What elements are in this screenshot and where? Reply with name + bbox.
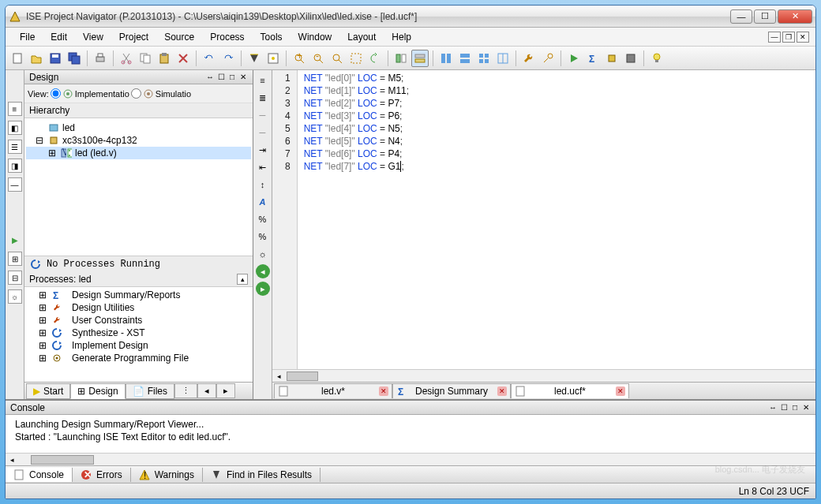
- strip-btn-6[interactable]: ⊞: [8, 252, 22, 266]
- process-row[interactable]: ⊞Design Utilities: [26, 301, 251, 314]
- undo-icon[interactable]: [201, 50, 218, 67]
- find2-icon[interactable]: [264, 50, 282, 67]
- layout2-icon[interactable]: [456, 50, 474, 67]
- tab-nav-left[interactable]: ◂: [197, 383, 216, 398]
- open-icon[interactable]: [28, 50, 45, 67]
- menu-window[interactable]: Window: [291, 30, 340, 44]
- tab-close-icon[interactable]: ✕: [616, 386, 625, 396]
- chip-icon[interactable]: [603, 50, 620, 67]
- delete-icon[interactable]: [174, 50, 192, 67]
- console-close-icon[interactable]: ✕: [801, 403, 811, 413]
- collapse-icon[interactable]: ⊟: [34, 135, 45, 146]
- menu-edit[interactable]: Edit: [43, 30, 75, 44]
- menu-process[interactable]: Process: [202, 30, 252, 44]
- ms2[interactable]: ≣: [256, 91, 270, 105]
- console-tab-warnings[interactable]: !Warnings: [131, 468, 203, 482]
- zoomfit-icon[interactable]: [328, 50, 346, 67]
- console-max-icon[interactable]: □: [790, 403, 800, 413]
- layout4-icon[interactable]: [494, 50, 512, 67]
- ms7[interactable]: ↕: [256, 177, 270, 192]
- strip-btn-1[interactable]: ≡: [8, 102, 22, 116]
- doc-tab[interactable]: led.ucf*✕: [511, 383, 629, 398]
- code-line[interactable]: NET "led[1]" LOC = M11;: [304, 84, 409, 97]
- tab-files[interactable]: 📄Files: [126, 383, 174, 399]
- code-line[interactable]: NET "led[0]" LOC = M5;: [304, 72, 409, 84]
- tab-nav-right[interactable]: ▸: [216, 383, 235, 398]
- panel-float-icon[interactable]: ☐: [216, 73, 226, 82]
- tab-close-icon[interactable]: ✕: [497, 386, 507, 396]
- process-row[interactable]: ⊞Generate Programming File: [26, 352, 251, 364]
- process-row[interactable]: ⊞Implement Design: [26, 339, 251, 352]
- ms9[interactable]: %: [256, 212, 270, 226]
- strip-btn-7[interactable]: ⊟: [8, 271, 22, 285]
- process-row[interactable]: ⊞Synthesize - XST: [26, 327, 251, 339]
- impl-radio[interactable]: [51, 88, 61, 99]
- redo-icon[interactable]: [219, 50, 237, 67]
- console-text[interactable]: Launching Design Summary/Report Viewer..…: [6, 415, 815, 453]
- cscroll-thumb[interactable]: [31, 455, 94, 465]
- code-body[interactable]: NET "led[0]" LOC = M5;NET "led[1]" LOC =…: [298, 70, 415, 369]
- ms-fwd[interactable]: ▸: [256, 282, 270, 296]
- doc-tab[interactable]: ΣDesign Summary✕: [392, 383, 511, 398]
- zoomsel-icon[interactable]: [347, 50, 365, 67]
- ms8[interactable]: A: [256, 195, 270, 209]
- code-line[interactable]: NET "led[2]" LOC = P7;: [304, 97, 409, 110]
- ms4[interactable]: ─: [256, 125, 270, 140]
- panel-close-icon[interactable]: ✕: [238, 73, 248, 82]
- menu-help[interactable]: Help: [384, 30, 419, 44]
- cscroll-left-icon[interactable]: ◂: [6, 456, 18, 464]
- panel-max-icon[interactable]: □: [227, 73, 237, 82]
- strip-btn-3[interactable]: ☰: [8, 140, 22, 154]
- tool-key-icon[interactable]: [539, 50, 557, 67]
- find-icon[interactable]: [246, 50, 263, 67]
- saveall-icon[interactable]: [66, 50, 83, 67]
- tab-more[interactable]: ⋮: [174, 383, 197, 398]
- code-line[interactable]: NET "led[3]" LOC = P6;: [304, 110, 409, 122]
- paste-icon[interactable]: [156, 50, 173, 67]
- refresh-icon[interactable]: [366, 50, 384, 67]
- expand-icon[interactable]: ⊞: [37, 315, 48, 326]
- layout1-icon[interactable]: [437, 50, 455, 67]
- menu-tools[interactable]: Tools: [253, 30, 291, 44]
- scroll-thumb[interactable]: [287, 371, 318, 381]
- doc-tab[interactable]: led.v*✕: [274, 383, 392, 398]
- ms5[interactable]: ⇥: [256, 143, 270, 157]
- zoomout-icon[interactable]: -: [309, 50, 327, 67]
- print-icon[interactable]: [92, 50, 109, 67]
- tab-start[interactable]: ▶Start: [26, 383, 70, 399]
- ms3[interactable]: ─: [256, 108, 270, 122]
- ms10[interactable]: %: [256, 230, 270, 244]
- hierarchy-tree[interactable]: led⊟xc3s100e-4cp132⊞Vled (led.v): [24, 118, 253, 256]
- zoomin-icon[interactable]: +: [291, 50, 308, 67]
- toggle2-icon[interactable]: [411, 50, 429, 67]
- mdi-minimize[interactable]: —: [768, 32, 781, 43]
- menu-view[interactable]: View: [75, 30, 111, 44]
- mdi-restore[interactable]: ❐: [782, 32, 795, 43]
- console-tab-errors[interactable]: ✕Errors: [73, 468, 131, 482]
- tree-row[interactable]: ⊞Vled (led.v): [26, 147, 251, 159]
- sim-radio[interactable]: [131, 88, 141, 99]
- tree-row[interactable]: led: [26, 121, 251, 134]
- strip-btn-2[interactable]: ◧: [8, 121, 22, 135]
- minimize-button[interactable]: —: [730, 9, 752, 24]
- strip-btn-8[interactable]: ☼: [8, 289, 22, 304]
- expand-icon[interactable]: ⊞: [47, 147, 58, 159]
- copy-icon[interactable]: [137, 50, 154, 67]
- ms11[interactable]: ☼: [256, 247, 270, 261]
- ms6[interactable]: ⇤: [256, 160, 270, 174]
- expand-icon[interactable]: ⊞: [37, 327, 48, 338]
- proc-up-icon[interactable]: ▴: [237, 274, 248, 285]
- device-icon[interactable]: [622, 50, 639, 67]
- code-line[interactable]: NET "led[5]" LOC = N4;: [304, 135, 409, 147]
- tool-wrench-icon[interactable]: [520, 50, 538, 67]
- expand-icon[interactable]: ⊞: [37, 340, 48, 351]
- tab-close-icon[interactable]: ✕: [379, 386, 388, 396]
- menu-file[interactable]: File: [12, 30, 43, 44]
- menu-project[interactable]: Project: [111, 30, 156, 44]
- process-tree[interactable]: ⊞ΣDesign Summary/Reports⊞Design Utilitie…: [24, 287, 253, 382]
- code-editor[interactable]: 12345678 NET "led[0]" LOC = M5;NET "led[…: [272, 70, 815, 369]
- console-tab-console[interactable]: Console: [6, 468, 73, 482]
- panel-pin-icon[interactable]: ↔: [205, 73, 215, 82]
- expand-icon[interactable]: ⊞: [37, 302, 48, 313]
- toggle1-icon[interactable]: [392, 50, 410, 67]
